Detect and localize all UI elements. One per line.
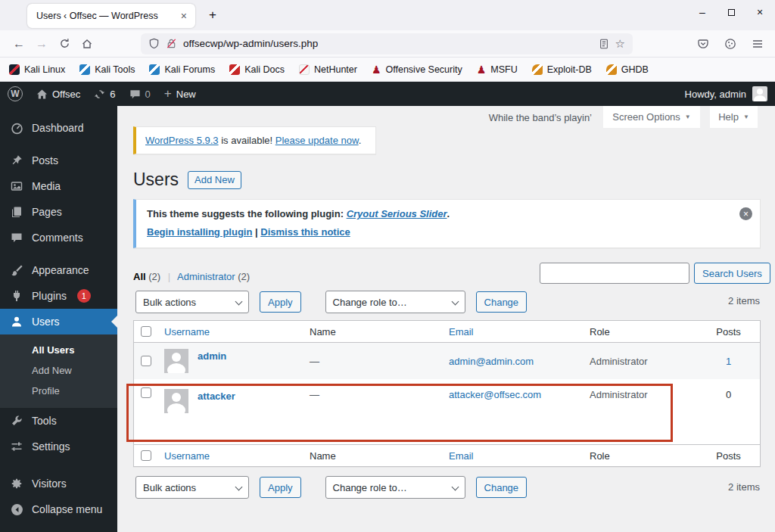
row-checkbox[interactable] (141, 356, 151, 366)
column-header-username[interactable]: Username (164, 326, 310, 338)
sidebar-item-dashboard[interactable]: Dashboard (0, 115, 117, 141)
bookmark-star-icon[interactable]: ☆ (615, 37, 625, 51)
wordpress-logo-icon[interactable]: W (8, 86, 23, 101)
apply-button[interactable]: Apply (260, 477, 301, 498)
browser-tab[interactable]: Users ‹ Offsec — WordPress × (27, 4, 195, 28)
bookmark-exploit-db[interactable]: Exploit-DB (532, 64, 592, 75)
name-value: — (310, 356, 449, 367)
bookmark-label: GHDB (621, 64, 649, 75)
submenu-add-new[interactable]: Add New (0, 360, 117, 381)
begin-installing-link[interactable]: Begin installing plugin (147, 226, 252, 238)
submenu-all-users[interactable]: All Users (0, 340, 117, 360)
pocket-icon[interactable] (693, 33, 713, 54)
bulk-actions-select[interactable]: Bulk actions (135, 291, 249, 313)
filter-all[interactable]: All (133, 271, 146, 282)
pushpin-icon (9, 154, 24, 166)
bookmark-label: Exploit-DB (547, 64, 592, 75)
column-footer-posts: Posts (715, 450, 760, 462)
sidebar-item-users[interactable]: Users (0, 309, 117, 334)
admin-bar-comments[interactable]: 0 (129, 89, 151, 100)
email-link[interactable]: admin@admin.com (449, 356, 534, 367)
home-button[interactable] (76, 33, 98, 54)
bulk-actions-select[interactable]: Bulk actions (135, 476, 249, 499)
bookmark-kali-linux[interactable]: Kali Linux (9, 64, 65, 75)
window-close-button[interactable]: × (751, 6, 769, 18)
msfu-favicon: ♟ (477, 64, 487, 75)
select-all-checkbox[interactable] (141, 450, 151, 461)
change-role-select[interactable]: Change role to… (325, 291, 465, 313)
admin-bar-updates[interactable]: 6 (94, 89, 115, 100)
email-link[interactable]: attacker@offsec.com (449, 389, 541, 400)
help-button[interactable]: Help ▼ (710, 106, 758, 128)
menu-hamburger-icon[interactable] (748, 33, 767, 54)
sidebar-item-collapse-menu[interactable]: Collapse menu (0, 496, 117, 522)
select-all-checkbox[interactable] (141, 326, 151, 337)
column-header-email[interactable]: Email (449, 326, 590, 338)
bookmark-nethunter[interactable]: NetHunter (299, 64, 357, 75)
bookmark-kali-forums[interactable]: Kali Forums (149, 64, 215, 75)
bookmark-offensive-security[interactable]: ♟Offensive Security (372, 64, 462, 75)
admin-bar-site-link[interactable]: Offsec (36, 89, 80, 100)
sidebar-item-appearance[interactable]: Appearance (0, 257, 117, 283)
apply-button[interactable]: Apply (260, 291, 301, 313)
plugin-link[interactable]: Cryout Serious Slider (347, 208, 447, 219)
posts-count-link[interactable]: 1 (726, 356, 731, 367)
window-minimize-button[interactable]: – (693, 6, 711, 18)
sidebar-item-media[interactable]: Media (0, 173, 117, 199)
column-footer-username[interactable]: Username (164, 450, 310, 462)
sidebar-item-plugins[interactable]: Plugins 1 (0, 283, 117, 309)
back-button[interactable]: ← (8, 33, 30, 54)
submenu-profile[interactable]: Profile (0, 381, 117, 401)
change-button[interactable]: Change (476, 291, 528, 313)
sidebar-item-posts[interactable]: Posts (0, 148, 117, 173)
admin-bar-account[interactable]: Howdy, admin (685, 86, 767, 101)
filter-administrator[interactable]: Administrator (177, 271, 235, 282)
plugins-update-badge: 1 (77, 289, 91, 303)
column-footer-email[interactable]: Email (449, 450, 590, 462)
reload-button[interactable] (53, 33, 76, 54)
wordpress-version-link[interactable]: WordPress 5.9.3 (145, 135, 219, 146)
username-link[interactable]: attacker (198, 390, 235, 402)
url-bar[interactable]: offsecwp/wp-admin/users.php ☆ (141, 33, 633, 54)
bookmark-msfu[interactable]: ♟MSFU (477, 64, 518, 75)
bookmark-ghdb[interactable]: GHDB (606, 64, 649, 75)
add-new-button[interactable]: Add New (188, 171, 241, 189)
bookmark-label: MSFU (490, 64, 517, 75)
shield-icon[interactable] (148, 38, 160, 49)
sidebar-item-tools[interactable]: Tools (0, 408, 117, 434)
notice-text: . (359, 135, 362, 146)
kali-tools-favicon (79, 64, 90, 75)
table-row-attacker: attacker — attacker@offsec.com Administr… (134, 379, 760, 444)
help-label: Help (718, 111, 739, 123)
admin-bar-new[interactable]: + New (164, 86, 196, 101)
bookmark-kali-docs[interactable]: Kali Docs (229, 64, 285, 75)
username-link[interactable]: admin (198, 350, 226, 362)
extension-cookie-icon[interactable] (721, 33, 740, 54)
browser-titlebar: Users ‹ Offsec — WordPress × + – × (0, 0, 775, 30)
new-tab-button[interactable]: + (203, 6, 223, 24)
insecure-lock-icon[interactable] (166, 38, 177, 49)
bookmarks-bar: Kali Linux Kali Tools Kali Forums Kali D… (0, 58, 775, 82)
search-users-input[interactable] (540, 263, 689, 284)
table-header-row: Username Name Email Role Posts (134, 321, 760, 343)
forward-button[interactable]: → (30, 33, 53, 54)
update-now-link[interactable]: Please update now (275, 135, 359, 146)
sidebar-item-comments[interactable]: Comments (0, 225, 117, 250)
ghdb-favicon (606, 64, 617, 75)
search-users-button[interactable]: Search Users (694, 263, 770, 284)
sidebar-item-pages[interactable]: Pages (0, 199, 117, 225)
chevron-down-icon (451, 484, 459, 491)
sidebar-item-settings[interactable]: Settings (0, 434, 117, 459)
window-maximize-button[interactable] (722, 6, 740, 18)
dismiss-notice-icon[interactable]: × (739, 207, 752, 220)
change-button[interactable]: Change (476, 477, 528, 498)
dismiss-notice-link[interactable]: Dismiss this notice (260, 226, 350, 238)
chevron-down-icon (235, 484, 243, 491)
change-role-select[interactable]: Change role to… (325, 476, 465, 499)
tab-close-icon[interactable]: × (179, 10, 189, 22)
reader-view-icon[interactable] (599, 39, 609, 49)
screen-options-button[interactable]: Screen Options ▼ (603, 106, 700, 128)
sidebar-item-visitors[interactable]: Visitors (0, 471, 117, 496)
row-checkbox[interactable] (141, 387, 151, 398)
bookmark-kali-tools[interactable]: Kali Tools (79, 64, 135, 75)
